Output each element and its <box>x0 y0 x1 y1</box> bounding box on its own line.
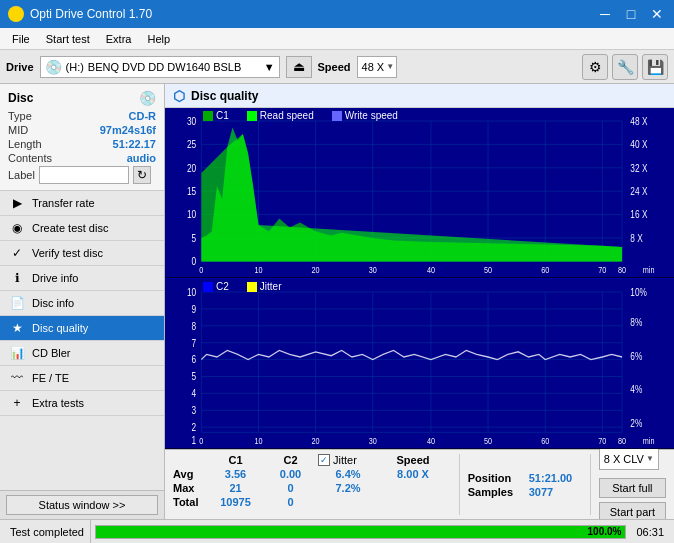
eject-button[interactable]: ⏏ <box>286 56 312 78</box>
maximize-button[interactable]: □ <box>622 6 640 22</box>
samples-value: 3077 <box>529 486 553 498</box>
sidebar-item-label-transfer-rate: Transfer rate <box>32 197 95 209</box>
minimize-button[interactable]: ─ <box>596 6 614 22</box>
status-time: 06:31 <box>630 526 670 538</box>
disc-panel-header: Disc 💿 <box>8 90 156 106</box>
app-title: Opti Drive Control 1.70 <box>30 7 152 21</box>
create-test-disc-icon: ◉ <box>10 221 24 235</box>
sidebar-item-verify-test-disc[interactable]: ✓ Verify test disc <box>0 241 164 266</box>
svg-text:80: 80 <box>618 436 626 446</box>
disc-contents-label: Contents <box>8 152 52 164</box>
status-window-button[interactable]: Status window >> <box>6 495 158 515</box>
speed-clv-dropdown[interactable]: 8 X CLV ▼ <box>599 448 659 470</box>
drive-select[interactable]: 💿 (H:) BENQ DVD DD DW1640 BSLB ▼ <box>40 56 280 78</box>
disc-panel-title: Disc <box>8 91 33 105</box>
stats-samples-row: Samples 3077 <box>468 486 582 498</box>
sidebar-item-label-create-test-disc: Create test disc <box>32 222 108 234</box>
stats-header-speed: Speed <box>378 454 448 466</box>
chart1-svg: 30 25 20 15 10 5 0 48 X 40 X 32 X 24 X 1… <box>165 108 674 277</box>
svg-text:50: 50 <box>484 436 492 446</box>
speed-select[interactable]: 48 X ▼ <box>357 56 398 78</box>
disc-panel-icon: 💿 <box>139 90 156 106</box>
svg-text:7: 7 <box>192 337 197 349</box>
legend-jitter: Jitter <box>247 281 282 292</box>
drive-dropdown-arrow: ▼ <box>264 61 275 73</box>
disc-length-value: 51:22.17 <box>113 138 156 150</box>
jitter-checkbox[interactable]: ✓ <box>318 454 330 466</box>
disc-label-refresh-button[interactable]: ↻ <box>133 166 151 184</box>
svg-text:6%: 6% <box>630 350 643 362</box>
menu-help[interactable]: Help <box>139 31 178 47</box>
svg-text:0: 0 <box>199 265 203 275</box>
stats-header-c2: C2 <box>263 454 318 466</box>
toolbar-btn-2[interactable]: 🔧 <box>612 54 638 80</box>
svg-text:30: 30 <box>187 115 196 127</box>
svg-text:32 X: 32 X <box>630 162 648 174</box>
sidebar-item-disc-quality[interactable]: ★ Disc quality <box>0 316 164 341</box>
svg-text:6: 6 <box>192 354 197 366</box>
chart1-legend: C1 Read speed Write speed <box>203 110 406 121</box>
sidebar-item-fe-te[interactable]: 〰 FE / TE <box>0 366 164 391</box>
panel-header: ⬡ Disc quality <box>165 84 674 108</box>
status-text: Test completed <box>4 520 91 543</box>
drive-bar: Drive 💿 (H:) BENQ DVD DD DW1640 BSLB ▼ ⏏… <box>0 50 674 84</box>
disc-mid-value: 97m24s16f <box>100 124 156 136</box>
disc-label-label: Label <box>8 169 35 181</box>
sidebar-item-disc-info[interactable]: 📄 Disc info <box>0 291 164 316</box>
svg-text:40: 40 <box>427 436 435 446</box>
legend-read-speed: Read speed <box>247 110 314 121</box>
stats-bar: C1 C2 ✓ Jitter Speed Avg 3.56 0.00 6. <box>165 449 674 519</box>
svg-text:48 X: 48 X <box>630 115 648 127</box>
svg-text:9: 9 <box>192 303 197 315</box>
svg-text:10%: 10% <box>630 286 647 298</box>
cd-bler-icon: 📊 <box>10 346 24 360</box>
disc-type-label: Type <box>8 110 32 122</box>
stats-total-c2: 0 <box>263 496 318 508</box>
stats-max-row: Max 21 0 7.2% <box>173 482 451 494</box>
svg-text:15: 15 <box>187 185 196 197</box>
close-button[interactable]: ✕ <box>648 6 666 22</box>
sidebar-item-cd-bler[interactable]: 📊 CD Bler <box>0 341 164 366</box>
sidebar-item-transfer-rate[interactable]: ▶ Transfer rate <box>0 191 164 216</box>
sidebar-item-drive-info[interactable]: ℹ Drive info <box>0 266 164 291</box>
svg-text:0: 0 <box>199 436 203 446</box>
disc-quality-icon: ★ <box>10 321 24 335</box>
sidebar-item-extra-tests[interactable]: + Extra tests <box>0 391 164 416</box>
menu-extra[interactable]: Extra <box>98 31 140 47</box>
svg-text:5: 5 <box>192 370 197 382</box>
panel-header-icon: ⬡ <box>173 88 185 104</box>
stats-avg-c1: 3.56 <box>208 468 263 480</box>
start-full-button[interactable]: Start full <box>599 478 666 498</box>
svg-text:1: 1 <box>192 434 197 446</box>
stats-header-row: C1 C2 ✓ Jitter Speed <box>173 454 451 466</box>
disc-label-input[interactable] <box>39 166 129 184</box>
jitter-check-label: Jitter <box>333 454 357 466</box>
menu-file[interactable]: File <box>4 31 38 47</box>
stats-max-jitter: 7.2% <box>318 482 378 494</box>
toolbar-btn-3[interactable]: 💾 <box>642 54 668 80</box>
svg-text:min: min <box>643 436 655 446</box>
app-icon <box>8 6 24 22</box>
legend-c2: C2 <box>203 281 229 292</box>
toolbar-btn-1[interactable]: ⚙ <box>582 54 608 80</box>
toolbar-icons: ⚙ 🔧 💾 <box>582 54 668 80</box>
drive-icon: 💿 <box>45 59 62 75</box>
svg-text:60: 60 <box>541 265 549 275</box>
status-window-section: Status window >> <box>0 490 164 519</box>
svg-text:16 X: 16 X <box>630 209 648 221</box>
disc-length-label: Length <box>8 138 42 150</box>
sidebar: Disc 💿 Type CD-R MID 97m24s16f Length 51… <box>0 84 165 519</box>
menu-start-test[interactable]: Start test <box>38 31 98 47</box>
chart1-area: 30 25 20 15 10 5 0 48 X 40 X 32 X 24 X 1… <box>165 108 674 278</box>
stats-table: C1 C2 ✓ Jitter Speed Avg 3.56 0.00 6. <box>165 450 459 519</box>
legend-read-speed-label: Read speed <box>260 110 314 121</box>
title-bar: Opti Drive Control 1.70 ─ □ ✕ <box>0 0 674 28</box>
sidebar-item-create-test-disc[interactable]: ◉ Create test disc <box>0 216 164 241</box>
svg-rect-42 <box>165 279 674 448</box>
start-part-button[interactable]: Start part <box>599 502 666 520</box>
sidebar-item-label-disc-info: Disc info <box>32 297 74 309</box>
speed-clv-value: 8 X CLV <box>604 453 644 465</box>
stats-max-c1: 21 <box>208 482 263 494</box>
stats-total-label: Total <box>173 496 208 508</box>
svg-text:60: 60 <box>541 436 549 446</box>
